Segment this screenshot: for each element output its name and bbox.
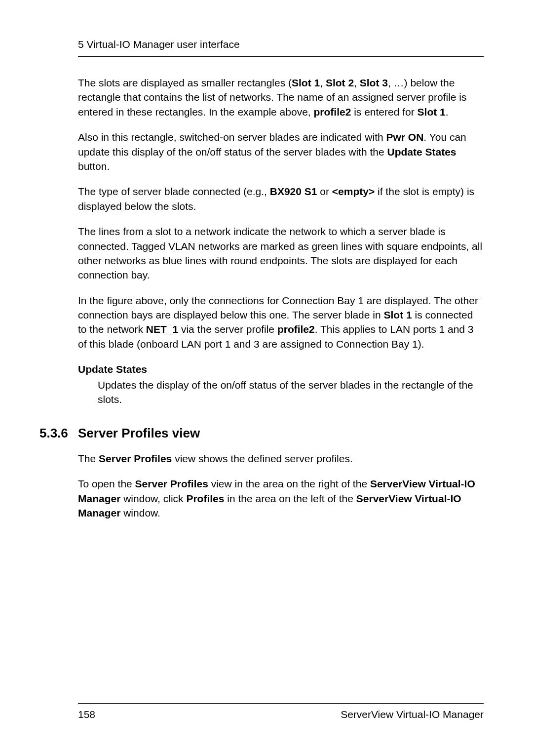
slot-3-label: Slot 3 [360, 77, 388, 88]
header-divider [78, 56, 484, 57]
text: button. [78, 160, 110, 172]
profile2-label-2: profile2 [277, 323, 315, 335]
server-profiles-label: Server Profiles [99, 453, 172, 464]
empty-label: <empty> [332, 186, 375, 197]
section-title: Server Profiles view [78, 424, 200, 442]
paragraph-pwr-on: Also in this rectangle, switched-on serv… [78, 130, 484, 173]
slot-1-label-3: Slot 1 [384, 309, 412, 320]
product-name: ServerView Virtual-IO Manager [341, 709, 484, 720]
text: To open the [78, 478, 135, 489]
paragraph-open-view: To open the Server Profiles view in the … [78, 477, 484, 520]
section-heading: 5.3.6 Server Profiles view [78, 424, 484, 442]
footer-row: 158 ServerView Virtual-IO Manager [78, 709, 484, 720]
server-profiles-label-2: Server Profiles [135, 478, 208, 489]
text: . [446, 106, 449, 118]
slot-2-label: Slot 2 [326, 77, 354, 88]
net-1-label: NET_1 [146, 323, 178, 335]
update-states-definition: Updates the display of the on/off status… [78, 378, 484, 407]
text: via the server profile [178, 323, 277, 335]
profile2-label: profile2 [313, 106, 351, 118]
footer-divider [78, 703, 484, 704]
text: view in the area on the right of the [208, 478, 370, 489]
text: , [354, 77, 360, 88]
page-header: 5 Virtual-IO Manager user interface [49, 39, 484, 50]
paragraph-slots: The slots are displayed as smaller recta… [78, 76, 484, 119]
text: The type of server blade connected (e.g.… [78, 186, 270, 197]
section-number: 5.3.6 [39, 424, 78, 442]
text: The [78, 453, 99, 464]
update-states-term: Update States [78, 362, 484, 376]
paragraph-server-profiles-intro: The Server Profiles view shows the defin… [78, 451, 484, 466]
text: Also in this rectangle, switched-on serv… [78, 131, 386, 143]
page-footer: 158 ServerView Virtual-IO Manager [78, 703, 484, 720]
paragraph-lines: The lines from a slot to a network indic… [78, 224, 484, 282]
slot-1-label: Slot 1 [292, 77, 320, 88]
pwr-on-label: Pwr ON [386, 131, 423, 143]
update-states-label: Update States [387, 146, 457, 158]
profiles-label: Profiles [186, 493, 224, 504]
page-content: The slots are displayed as smaller recta… [49, 76, 484, 520]
slot-1-label-2: Slot 1 [418, 106, 446, 118]
text: window, click [120, 493, 186, 504]
header-title: 5 Virtual-IO Manager user interface [78, 39, 240, 50]
text: or [317, 186, 332, 197]
text: window. [120, 507, 160, 518]
text: The slots are displayed as smaller recta… [78, 77, 292, 88]
text: in the area on the left of the [224, 493, 356, 504]
paragraph-figure: In the figure above, only the connection… [78, 293, 484, 352]
paragraph-blade-type: The type of server blade connected (e.g.… [78, 184, 484, 213]
page-number: 158 [78, 709, 95, 720]
bx920-label: BX920 S1 [270, 186, 317, 197]
text: , [320, 77, 326, 88]
text: is entered for [351, 106, 417, 118]
definition-list: Update States Updates the display of the… [78, 362, 484, 406]
text: view shows the defined server profiles. [172, 453, 353, 464]
